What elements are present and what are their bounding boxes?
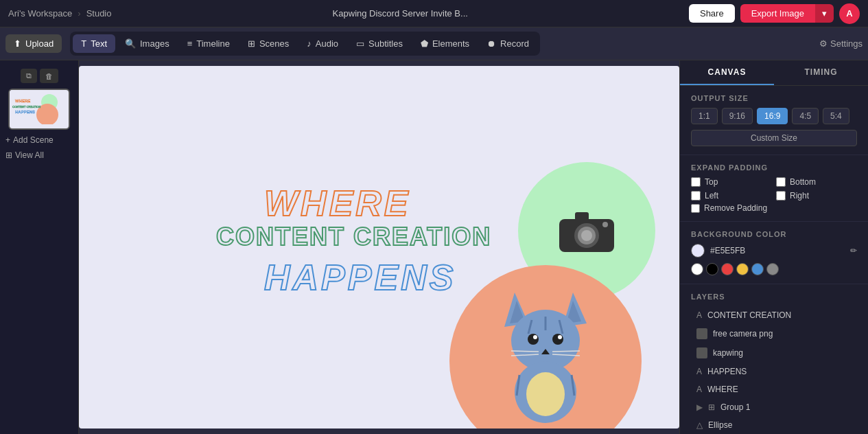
elements-label: Elements xyxy=(432,38,469,49)
timeline-icon: ≡ xyxy=(187,38,193,49)
timeline-label: Timeline xyxy=(196,38,230,49)
toolbar-item-timeline[interactable]: ≡ Timeline xyxy=(179,34,238,53)
subtitles-label: Subtitles xyxy=(368,38,403,49)
padding-right-label: Right xyxy=(790,191,809,201)
export-image-button[interactable]: Export Image xyxy=(740,4,815,23)
record-icon: ⏺ xyxy=(487,38,496,49)
color-preset-black[interactable] xyxy=(706,263,718,275)
edit-color-icon[interactable]: ✏ xyxy=(850,246,857,255)
color-preset-yellow[interactable] xyxy=(736,263,749,275)
main-content: ⧉ 🗑 WHERE CONTENT CREATION HAPPENS + Add… xyxy=(0,60,868,434)
bg-color-hex: #E5E5FB xyxy=(710,246,845,255)
background-color-label: BACKGROUND COLOR xyxy=(691,230,857,238)
toolbar-item-scenes[interactable]: ⊞ Scenes xyxy=(239,34,297,53)
padding-left-option[interactable]: Left xyxy=(691,191,772,201)
view-all-button[interactable]: ⊞ View All xyxy=(5,150,73,160)
settings-link[interactable]: ⚙ Settings xyxy=(819,38,863,49)
delete-scene-button[interactable]: 🗑 xyxy=(40,69,58,83)
bg-color-swatch[interactable] xyxy=(691,244,705,258)
layer-group1[interactable]: ▶ ⊞ Group 1 xyxy=(691,398,857,416)
layer-free-camera-label: free camera png xyxy=(713,329,773,339)
right-panel: CANVAS TIMING OUTPUT SIZE 1:1 9:16 16:9 … xyxy=(679,60,868,434)
studio-label: Studio xyxy=(86,8,112,19)
scene-thumbnail[interactable]: WHERE CONTENT CREATION HAPPENS xyxy=(8,89,70,130)
canvas-text-where[interactable]: WHERE xyxy=(264,183,411,224)
expand-padding-options: Top Bottom Left Right xyxy=(691,177,857,201)
layer-happens[interactable]: A HAPPENS xyxy=(691,363,857,380)
padding-left-checkbox[interactable] xyxy=(691,191,701,201)
toolbar-items: T Text 🔍 Images ≡ Timeline ⊞ Scenes ♪ Au… xyxy=(70,32,540,56)
toolbar-item-elements[interactable]: ⬟ Elements xyxy=(412,34,478,53)
canvas[interactable]: WHERE CONTENT CREATION HAPPENS xyxy=(79,66,679,429)
layer-ellipse1[interactable]: △ Ellipse xyxy=(691,416,857,434)
images-icon: 🔍 xyxy=(125,38,136,49)
color-preset-blue[interactable] xyxy=(751,263,764,275)
size-16-9[interactable]: 16:9 xyxy=(757,108,788,124)
svg-text:CONTENT CREATION: CONTENT CREATION xyxy=(12,105,40,108)
color-preset-gray[interactable] xyxy=(766,263,779,275)
remove-padding-checkbox[interactable] xyxy=(691,204,700,213)
user-avatar[interactable]: A xyxy=(839,3,860,24)
canvas-text-happens[interactable]: HAPPENS xyxy=(264,257,456,298)
size-9-16[interactable]: 9:16 xyxy=(722,108,753,124)
plus-icon: + xyxy=(5,135,10,145)
layer-happens-label: HAPPENS xyxy=(707,367,747,376)
layer-kapwing-label: kapwing xyxy=(713,348,743,358)
padding-bottom-option[interactable]: Bottom xyxy=(776,177,857,187)
padding-right-option[interactable]: Right xyxy=(776,191,857,201)
layer-where-icon: A xyxy=(696,385,702,394)
canvas-text-content-creation[interactable]: CONTENT CREATION xyxy=(216,222,491,251)
layer-free-camera-png[interactable]: free camera png xyxy=(691,324,857,343)
toolbar-item-subtitles[interactable]: ▭ Subtitles xyxy=(348,34,411,53)
cat-svg xyxy=(491,286,600,423)
expand-padding-label: EXPAND PADDING xyxy=(691,163,857,172)
output-size-label: OUTPUT SIZE xyxy=(691,94,857,102)
layer-ellipse1-label: Ellipse xyxy=(708,420,732,430)
padding-right-checkbox[interactable] xyxy=(776,191,786,201)
text-label: Text xyxy=(91,38,107,49)
tab-timing[interactable]: TIMING xyxy=(774,60,868,85)
layer-content-creation[interactable]: A CONTENT CREATION xyxy=(691,306,857,324)
remove-padding-option[interactable]: Remove Padding xyxy=(691,203,857,213)
padding-top-checkbox[interactable] xyxy=(691,177,701,187)
toolbar-item-text[interactable]: T Text xyxy=(73,34,115,53)
size-buttons: 1:1 9:16 16:9 4:5 5:4 xyxy=(691,108,857,124)
layer-where[interactable]: A WHERE xyxy=(691,380,857,398)
layer-kapwing[interactable]: kapwing xyxy=(691,343,857,363)
layer-ellipse1-icon: △ xyxy=(696,420,703,430)
workspace-link[interactable]: Ari's Workspace xyxy=(8,8,72,19)
svg-point-30 xyxy=(526,372,565,416)
size-4-5[interactable]: 4:5 xyxy=(792,108,819,124)
share-button[interactable]: Share xyxy=(689,4,735,23)
document-title: Kapwing Discord Server Invite B... xyxy=(333,8,468,19)
subtitles-icon: ▭ xyxy=(356,38,364,49)
svg-point-21 xyxy=(552,334,563,345)
bg-color-row: #E5E5FB ✏ xyxy=(691,244,857,258)
svg-point-23 xyxy=(558,335,562,339)
toolbar-item-audio[interactable]: ♪ Audio xyxy=(298,34,347,53)
layer-where-label: WHERE xyxy=(707,385,738,394)
size-1-1[interactable]: 1:1 xyxy=(691,108,718,124)
padding-left-label: Left xyxy=(705,191,718,201)
cat-character[interactable] xyxy=(491,286,600,426)
padding-top-option[interactable]: Top xyxy=(691,177,772,187)
color-preset-white[interactable] xyxy=(691,263,703,275)
toolbar-item-record[interactable]: ⏺ Record xyxy=(479,34,537,53)
size-5-4[interactable]: 5:4 xyxy=(823,108,849,124)
layer-kapwing-icon xyxy=(696,347,707,358)
add-scene-button[interactable]: + Add Scene xyxy=(5,135,73,145)
padding-bottom-checkbox[interactable] xyxy=(776,177,786,187)
scene-thumbnail-actions: ⧉ 🗑 xyxy=(21,69,58,83)
custom-size-button[interactable]: Custom Size xyxy=(691,130,857,146)
toolbar-item-images[interactable]: 🔍 Images xyxy=(117,34,178,53)
scenes-label: Scenes xyxy=(259,38,289,49)
tab-canvas[interactable]: CANVAS xyxy=(680,60,774,85)
layers-section: LAYERS A CONTENT CREATION free camera pn… xyxy=(680,284,868,434)
upload-button[interactable]: ⬆ Upload xyxy=(5,34,62,53)
top-bar: Ari's Workspace › Studio Kapwing Discord… xyxy=(0,0,868,27)
export-dropdown-button[interactable]: ▾ xyxy=(815,4,834,23)
upload-label: Upload xyxy=(25,38,54,49)
audio-icon: ♪ xyxy=(307,38,312,49)
copy-scene-button[interactable]: ⧉ xyxy=(21,69,37,83)
color-preset-red[interactable] xyxy=(721,263,734,275)
